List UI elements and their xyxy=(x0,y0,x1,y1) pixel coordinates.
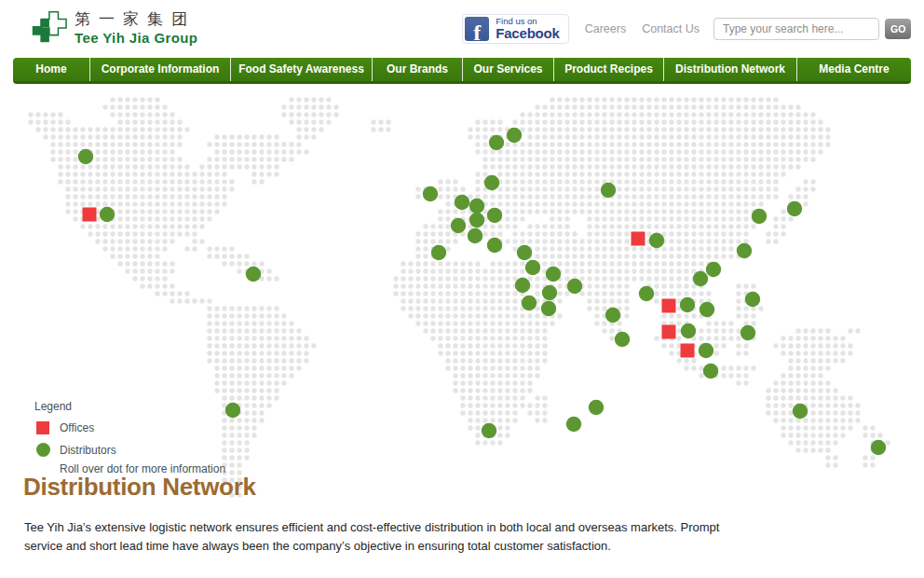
distributor-marker[interactable] xyxy=(484,175,499,190)
distributor-marker[interactable] xyxy=(487,238,502,253)
map-dot xyxy=(564,276,569,281)
distributor-marker[interactable] xyxy=(700,302,714,317)
facebook-badge[interactable]: f Find us on Facebook xyxy=(462,14,568,44)
contact-us-link[interactable]: Contact Us xyxy=(642,22,700,35)
distributor-marker[interactable] xyxy=(639,286,654,301)
map-dot xyxy=(147,164,152,169)
map-dot xyxy=(266,157,271,161)
map-dot xyxy=(550,201,554,206)
distributor-marker[interactable] xyxy=(468,228,482,243)
distributor-marker[interactable] xyxy=(699,343,713,358)
distributor-marker[interactable] xyxy=(589,400,604,415)
search-go-button[interactable]: GO xyxy=(885,19,911,39)
careers-link[interactable]: Careers xyxy=(585,22,626,35)
distributor-marker[interactable] xyxy=(100,207,115,222)
distributor-marker[interactable] xyxy=(706,262,721,277)
map-dot xyxy=(624,201,629,206)
distributor-marker[interactable] xyxy=(605,308,620,323)
map-dot xyxy=(699,164,703,169)
distributor-marker[interactable] xyxy=(567,279,582,294)
map-dot xyxy=(117,149,122,154)
distributor-marker[interactable] xyxy=(487,208,502,223)
map-dot xyxy=(564,268,569,273)
map-dot xyxy=(557,261,562,266)
distributor-marker[interactable] xyxy=(423,186,438,201)
distributor-marker[interactable] xyxy=(246,267,261,282)
distributor-marker[interactable] xyxy=(507,128,522,143)
distributor-marker[interactable] xyxy=(615,332,630,347)
distributor-marker[interactable] xyxy=(680,297,695,312)
map-dot xyxy=(520,172,524,176)
office-marker[interactable] xyxy=(632,232,645,246)
map-dot xyxy=(646,164,651,169)
map-dot xyxy=(602,97,606,102)
map-dot xyxy=(251,388,256,392)
distributor-marker[interactable] xyxy=(542,285,557,300)
distributor-marker[interactable] xyxy=(871,440,886,455)
distributor-marker[interactable] xyxy=(451,218,466,233)
map-dot xyxy=(505,425,510,430)
distributor-marker[interactable] xyxy=(517,245,532,260)
distributor-marker[interactable] xyxy=(681,323,696,338)
map-dot xyxy=(170,142,174,146)
nav-item-our-services[interactable]: Our Services xyxy=(463,58,554,81)
distributor-marker[interactable] xyxy=(515,278,530,293)
distributor-marker[interactable] xyxy=(431,245,446,260)
map-dot xyxy=(803,194,808,199)
logo[interactable]: 第一家集团 Tee Yih Jia Group xyxy=(28,8,197,48)
distributor-marker[interactable] xyxy=(649,233,664,248)
map-dot xyxy=(721,321,726,325)
distributor-marker[interactable] xyxy=(489,135,504,150)
distributor-marker[interactable] xyxy=(546,267,561,282)
distributor-marker[interactable] xyxy=(601,183,616,198)
map-dot xyxy=(669,276,673,281)
distributor-marker[interactable] xyxy=(525,260,540,275)
map-dot xyxy=(177,119,182,124)
map-dot xyxy=(602,104,606,109)
search-input[interactable] xyxy=(713,18,879,40)
distributor-marker[interactable] xyxy=(737,243,752,258)
map-dot xyxy=(587,224,591,228)
map-dot xyxy=(833,388,837,392)
map-dot xyxy=(95,172,100,176)
map-dot xyxy=(833,433,837,437)
map-dot xyxy=(550,261,554,266)
distributor-marker[interactable] xyxy=(78,149,93,164)
office-marker[interactable] xyxy=(662,299,676,313)
nav-item-distribution-network[interactable]: Distribution Network xyxy=(664,58,797,81)
nav-item-product-recipes[interactable]: Product Recipes xyxy=(554,58,664,81)
nav-item-food-safety-awareness[interactable]: Food Safety Awareness xyxy=(231,58,373,81)
nav-item-media-centre[interactable]: Media Centre xyxy=(797,58,911,81)
nav-item-our-brands[interactable]: Our Brands xyxy=(373,58,463,81)
map-dot xyxy=(237,149,241,154)
distributor-marker[interactable] xyxy=(482,423,496,438)
map-dot xyxy=(781,373,785,378)
distributor-marker[interactable] xyxy=(703,364,718,378)
map-dot xyxy=(535,186,539,191)
distributor-marker[interactable] xyxy=(752,209,767,224)
map-dot xyxy=(475,351,480,355)
distributor-marker[interactable] xyxy=(745,292,760,307)
distributor-marker[interactable] xyxy=(469,213,484,227)
nav-item-corporate-information[interactable]: Corporate Information xyxy=(90,58,231,81)
distributor-marker[interactable] xyxy=(566,417,581,432)
nav-item-home[interactable]: Home xyxy=(13,58,90,81)
distributor-marker[interactable] xyxy=(693,271,708,286)
distributor-marker[interactable] xyxy=(455,195,469,210)
office-marker[interactable] xyxy=(681,344,695,358)
office-marker[interactable] xyxy=(662,325,676,339)
office-marker[interactable] xyxy=(83,208,97,222)
distributor-marker[interactable] xyxy=(793,404,808,419)
map-dot xyxy=(110,157,115,161)
map-dot xyxy=(490,127,495,131)
map-dot xyxy=(594,104,599,109)
distributor-marker[interactable] xyxy=(225,403,240,418)
map-dot xyxy=(594,119,599,124)
distributor-marker[interactable] xyxy=(787,201,802,216)
distributor-marker[interactable] xyxy=(541,301,556,316)
distributor-marker[interactable] xyxy=(469,199,484,213)
map-dot xyxy=(73,164,77,169)
distributor-marker[interactable] xyxy=(741,325,755,340)
distributor-marker[interactable] xyxy=(522,296,537,310)
map-dot xyxy=(751,97,755,102)
